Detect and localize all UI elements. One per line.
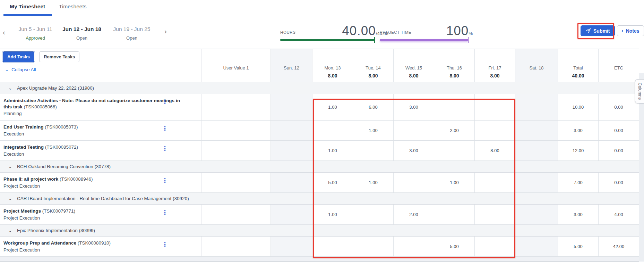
cell-user-value[interactable] [201, 237, 271, 256]
cell-sun[interactable] [271, 173, 312, 192]
task-row: Workgroup Prep and Attendance (TSK000809… [0, 237, 639, 257]
cell-thu[interactable]: 5.00 [434, 237, 474, 256]
cell-mon[interactable]: 5.00 [312, 173, 353, 192]
prev-week-icon[interactable]: ‹ [3, 28, 5, 36]
tab-my-timesheet[interactable]: My Timesheet [10, 3, 45, 10]
column-label: Total [573, 65, 583, 71]
project-group-row[interactable]: ⌄ CARTBoard Implementation - Real-time D… [0, 193, 639, 205]
add-tasks-button[interactable]: Add Tasks [3, 51, 34, 62]
column-label: Tue. 14 [366, 65, 381, 71]
hours-progress-tick [374, 37, 375, 43]
task-row: Phase II: all project work (TSK00088946)… [0, 173, 639, 193]
cell-tue[interactable] [353, 205, 393, 224]
kebab-menu-icon[interactable]: ⋮ [162, 99, 168, 105]
chevron-down-icon: ⌄ [5, 68, 9, 71]
kebab-menu-icon[interactable]: ⋮ [162, 125, 168, 131]
cell-wed[interactable] [393, 237, 434, 256]
cell-tue[interactable]: 1.00 [353, 121, 393, 140]
cell-sun[interactable] [271, 205, 312, 224]
cell-mon[interactable]: 1.00 [312, 94, 353, 120]
cell-tue[interactable]: 1.00 [353, 173, 393, 192]
cell-mon[interactable] [312, 121, 353, 140]
task-title: Workgroup Prep and Attendance [3, 240, 76, 246]
cell-user-value[interactable] [201, 205, 271, 224]
send-icon [586, 28, 591, 33]
column-label: Thu. 16 [447, 65, 462, 71]
cell-fri[interactable] [474, 237, 515, 256]
collapse-all-button[interactable]: ⌄ Collapse All [5, 67, 201, 72]
grid-bottom-strip [0, 257, 639, 262]
project-group-row[interactable]: ⌄ Epic Phoenix Implementation (30399) [0, 225, 639, 237]
column-day-total: 8.00 [368, 73, 378, 79]
cell-fri[interactable]: 8.00 [474, 141, 515, 160]
kebab-menu-icon[interactable]: ⋮ [162, 146, 168, 151]
project-progress-tick [468, 37, 469, 43]
cell-thu[interactable]: 1.00 [434, 173, 474, 192]
task-phase: Project Execution [3, 215, 182, 221]
cell-wed[interactable] [393, 173, 434, 192]
cell-thu[interactable] [434, 205, 474, 224]
cell-sun[interactable] [271, 141, 312, 160]
task-phase: Project Execution [3, 183, 182, 189]
cell-total: 7.00 [558, 173, 598, 192]
cell-tue[interactable] [353, 237, 393, 256]
submit-button[interactable]: Submit [581, 25, 615, 36]
cell-sat[interactable] [515, 237, 558, 256]
task-phase: Planning [3, 111, 182, 116]
column-label: Wed. 15 [405, 65, 422, 71]
cell-total: 5.00 [558, 237, 598, 256]
cell-tue[interactable]: 6.00 [353, 94, 393, 120]
column-label: Mon. 13 [325, 65, 341, 71]
cell-mon[interactable] [312, 237, 353, 256]
cell-tue[interactable] [353, 141, 393, 160]
week-jun12-jun18-selected[interactable]: Jun 12 - Jun 18 Open [54, 26, 110, 41]
task-title: Project Meetings [3, 208, 41, 214]
cell-thu[interactable] [434, 94, 474, 120]
cell-etc: 0.00 [598, 121, 639, 140]
cell-wed[interactable]: 3.00 [393, 141, 434, 160]
task-id: (TSK00088946) [60, 176, 93, 182]
cell-sat[interactable] [515, 94, 558, 120]
cell-mon[interactable]: 1.00 [312, 141, 353, 160]
cell-user-value[interactable] [201, 141, 271, 160]
cell-wed[interactable]: 2.00 [393, 205, 434, 224]
cell-sun[interactable] [271, 121, 312, 140]
project-group-row[interactable]: ⌄ BCH Oakland Renaming Convention (30778… [0, 161, 639, 173]
week-label: Jun 19 - Jun 25 [104, 26, 160, 32]
cell-sun[interactable] [271, 237, 312, 256]
column-header-thu-16: Thu. 16 8.00 [434, 49, 474, 82]
cell-sun[interactable] [271, 94, 312, 120]
columns-side-tab[interactable]: Columns [635, 79, 644, 104]
cell-fri[interactable] [474, 121, 515, 140]
cell-user-value[interactable] [201, 121, 271, 140]
kebab-menu-icon[interactable]: ⋮ [162, 209, 168, 215]
columns-side-tab-label: Columns [637, 83, 642, 100]
cell-sat[interactable] [515, 173, 558, 192]
cell-mon[interactable]: 1.00 [312, 205, 353, 224]
cell-fri[interactable] [474, 94, 515, 120]
next-week-icon[interactable]: › [164, 27, 167, 35]
cell-sat[interactable] [515, 121, 558, 140]
column-header-total: Total 40.00 [558, 49, 598, 82]
cell-user-value[interactable] [201, 94, 271, 120]
collapse-all-label: Collapse All [11, 67, 36, 72]
kebab-menu-icon[interactable]: ⋮ [162, 178, 168, 183]
cell-wed[interactable]: 3.00 [393, 94, 434, 120]
column-header-sat-18: Sat. 18 [515, 49, 558, 82]
notes-button[interactable]: ‹ Notes [617, 25, 644, 36]
remove-tasks-button[interactable]: Remove Tasks [39, 51, 79, 62]
cell-thu[interactable] [434, 141, 474, 160]
cell-sat[interactable] [515, 205, 558, 224]
cell-sat[interactable] [515, 141, 558, 160]
cell-user-value[interactable] [201, 173, 271, 192]
week-jun19-jun25[interactable]: Jun 19 - Jun 25 Open [104, 26, 160, 41]
cell-fri[interactable] [474, 173, 515, 192]
active-tab-underline [3, 14, 52, 16]
project-group-row[interactable]: ⌄ Apex Upgrade May 22, 2022 (31980) [0, 82, 639, 94]
kebab-menu-icon[interactable]: ⋮ [162, 241, 168, 247]
cell-fri[interactable] [474, 205, 515, 224]
column-day-total: 8.00 [449, 73, 459, 79]
tab-timesheets[interactable]: Timesheets [59, 3, 87, 10]
cell-thu[interactable]: 2.00 [434, 121, 474, 140]
cell-wed[interactable] [393, 121, 434, 140]
